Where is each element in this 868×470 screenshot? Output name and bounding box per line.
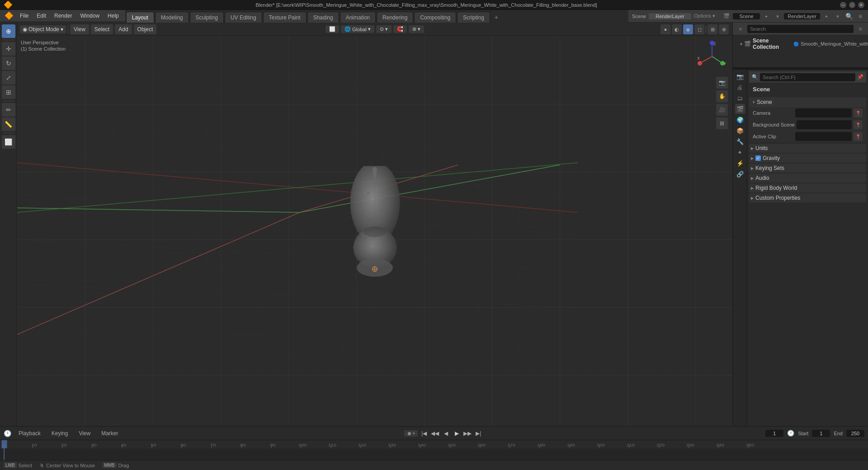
zoom-camera-btn[interactable]: 📷: [716, 77, 728, 89]
tab-compositing[interactable]: Compositing: [414, 12, 456, 23]
background-scene-field[interactable]: [797, 120, 852, 129]
maximize-button[interactable]: □: [849, 2, 855, 8]
tab-modeling[interactable]: Modeling: [155, 12, 189, 23]
camera-view-btn[interactable]: 🎥: [716, 104, 728, 116]
next-frame-btn[interactable]: ▶▶: [463, 429, 472, 438]
viewport-shading-rendered[interactable]: ◉: [683, 24, 693, 34]
tab-scripting[interactable]: Scripting: [457, 12, 490, 23]
rigid-body-world-header[interactable]: ▶ Rigid Body World: [749, 183, 866, 193]
marker-menu[interactable]: Marker: [98, 429, 122, 437]
menu-edit[interactable]: Edit: [33, 11, 50, 20]
outliner-filter[interactable]: ≡: [855, 24, 865, 34]
keying-sets-header[interactable]: ▶ Keying Sets: [749, 164, 866, 173]
add-cube-tool[interactable]: ⬜: [2, 135, 15, 149]
props-physics-icon[interactable]: ⚡: [735, 158, 745, 168]
props-scene-icon[interactable]: 🎬: [735, 104, 745, 114]
camera-value-field[interactable]: [795, 108, 852, 118]
keying-menu[interactable]: Keying: [48, 429, 72, 437]
blender-logo[interactable]: 🔶: [4, 0, 13, 9]
add-workspace-button[interactable]: +: [491, 12, 502, 23]
jump-end-btn[interactable]: ▶|: [474, 429, 483, 438]
viewport-shading-material[interactable]: ◐: [672, 24, 682, 34]
annotate-tool[interactable]: ✏: [2, 103, 15, 117]
add-menu[interactable]: Add: [115, 24, 132, 34]
units-header[interactable]: ▶ Units: [749, 144, 866, 153]
camera-pin-btn[interactable]: 📍: [854, 108, 863, 118]
gravity-header[interactable]: ▶ ✓ Gravity: [749, 154, 866, 163]
props-pin-icon[interactable]: 📌: [857, 74, 863, 80]
global-transform[interactable]: 🌐 Global ▾: [341, 25, 374, 33]
active-clip-btn[interactable]: 📍: [854, 132, 863, 141]
tab-uv-editing[interactable]: UV Editing: [225, 12, 262, 23]
view-menu-timeline[interactable]: View: [75, 429, 94, 437]
current-frame-input[interactable]: 1: [765, 430, 783, 437]
audio-header[interactable]: ▶ Audio: [749, 174, 866, 183]
filter-icon[interactable]: ≡: [855, 11, 865, 21]
quad-view-btn[interactable]: ⊞: [716, 118, 728, 129]
object-menu[interactable]: Object: [134, 24, 157, 34]
start-frame-input[interactable]: 1: [812, 430, 830, 437]
tab-rendering[interactable]: Rendering: [377, 12, 413, 23]
menu-file[interactable]: File: [16, 11, 32, 20]
meringue-object[interactable]: [339, 166, 411, 285]
move-tool[interactable]: ✛: [2, 42, 15, 56]
snapping[interactable]: 🧲: [393, 25, 407, 33]
select-menu[interactable]: Select: [91, 24, 113, 34]
props-modifier-icon[interactable]: 🔧: [735, 136, 745, 146]
scene-file-name[interactable]: Smooth_Meringue_White_with_Chocolate_Fi: [801, 41, 868, 47]
scene-add-btn[interactable]: +: [761, 11, 771, 21]
orientation-widget[interactable]: Z Y X: [696, 41, 728, 72]
scene-section-header[interactable]: ▾ Scene: [749, 97, 866, 107]
transform-tool[interactable]: ⊞: [2, 85, 15, 99]
proportional-edit[interactable]: ⊚ ▾: [409, 25, 424, 33]
props-search-input[interactable]: [760, 73, 855, 81]
tab-texture-paint[interactable]: Texture Paint: [263, 12, 307, 23]
active-clip-field[interactable]: [795, 132, 852, 141]
menu-blender[interactable]: 🔶: [3, 11, 15, 20]
scene-icon-btn[interactable]: 🎬: [722, 11, 731, 21]
props-world-icon[interactable]: 🌍: [735, 115, 745, 125]
overlays-toggle[interactable]: ⊞: [708, 24, 717, 34]
options-button[interactable]: Options ▾: [694, 13, 715, 19]
tab-sculpting[interactable]: Sculpting: [190, 12, 224, 23]
render-layer-field[interactable]: RenderLayer: [784, 13, 820, 19]
props-view-layer-icon[interactable]: 🗂: [735, 93, 745, 103]
minimize-button[interactable]: ─: [840, 2, 846, 8]
props-render-icon[interactable]: 📷: [735, 71, 745, 81]
props-object-icon[interactable]: 📦: [735, 126, 745, 136]
view-menu[interactable]: View: [70, 24, 89, 34]
tab-animation[interactable]: Animation: [340, 12, 376, 23]
jump-start-btn[interactable]: |◀: [420, 429, 429, 438]
play-btn[interactable]: ▶: [452, 429, 461, 438]
scene-props-btn[interactable]: ×: [773, 11, 783, 21]
outliner-search[interactable]: [747, 25, 854, 33]
menu-help[interactable]: Help: [104, 11, 123, 20]
playback-menu[interactable]: Playback: [15, 429, 44, 437]
end-frame-input[interactable]: 250: [846, 430, 864, 437]
scene-collection-label[interactable]: Scene Collection: [753, 38, 779, 50]
scene-name-field[interactable]: Scene: [733, 13, 760, 19]
gravity-checkbox[interactable]: ✓: [755, 155, 761, 161]
tab-shading[interactable]: Shading: [307, 12, 339, 23]
props-particles-icon[interactable]: ✦: [735, 147, 745, 157]
play-reverse-btn[interactable]: ◀: [441, 429, 450, 438]
custom-properties-header[interactable]: ▶ Custom Properties: [749, 193, 866, 202]
props-output-icon[interactable]: 🖨: [735, 82, 745, 92]
background-scene-btn[interactable]: 📍: [854, 120, 863, 129]
menu-render[interactable]: Render: [51, 11, 75, 20]
hand-tool-btn[interactable]: ✋: [716, 90, 728, 102]
gizmos-toggle[interactable]: ⊕: [719, 24, 729, 34]
tab-layout[interactable]: Layout: [126, 12, 154, 23]
viewport-shading-wireframe[interactable]: ◻: [694, 24, 704, 34]
viewport-shading-solid[interactable]: ●: [660, 24, 670, 34]
render-layer-value[interactable]: RenderLayer: [649, 13, 691, 19]
timeline-track[interactable]: [0, 448, 868, 460]
prev-frame-btn[interactable]: ◀◀: [430, 429, 439, 438]
rotate-tool[interactable]: ↻: [2, 56, 15, 70]
object-mode-selector[interactable]: ◉ Object Mode ▾: [20, 25, 66, 33]
viewport-canvas[interactable]: User Perspective (1) Scene Collection Z …: [17, 36, 732, 426]
rl-remove-btn[interactable]: ×: [833, 11, 843, 21]
menu-window[interactable]: Window: [76, 11, 103, 20]
close-button[interactable]: ✕: [858, 2, 864, 8]
scale-tool[interactable]: ⤢: [2, 71, 15, 85]
